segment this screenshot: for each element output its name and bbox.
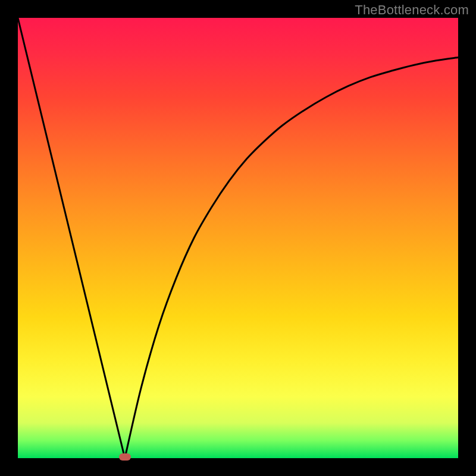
watermark-label: TheBottleneck.com [355, 2, 469, 18]
chart-frame: TheBottleneck.com [0, 0, 476, 476]
minimum-marker [119, 453, 131, 461]
plot-area [18, 18, 458, 458]
curve-svg [18, 18, 458, 458]
bottleneck-curve [18, 18, 458, 458]
